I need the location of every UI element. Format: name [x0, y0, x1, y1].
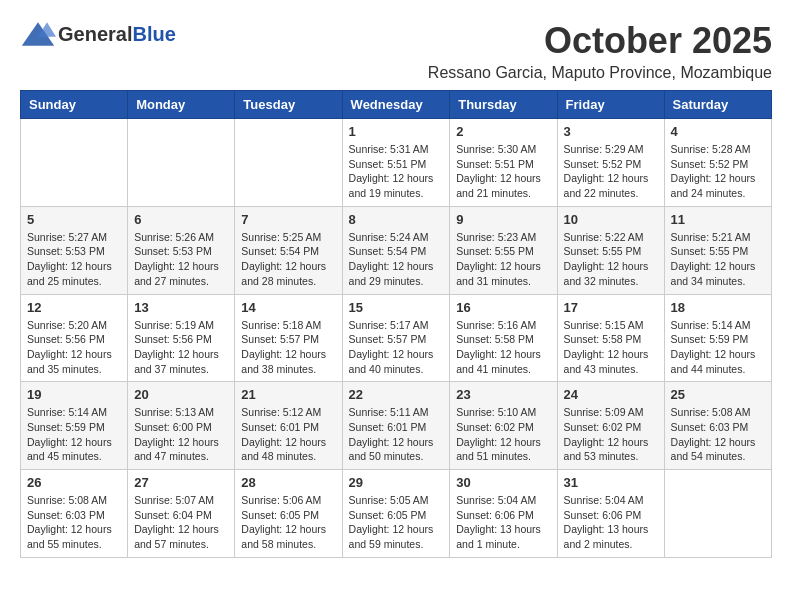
cell-content: Sunrise: 5:07 AM Sunset: 6:04 PM Dayligh…: [134, 493, 228, 552]
calendar-cell: 19Sunrise: 5:14 AM Sunset: 5:59 PM Dayli…: [21, 382, 128, 470]
day-number: 19: [27, 387, 121, 402]
day-number: 24: [564, 387, 658, 402]
cell-content: Sunrise: 5:08 AM Sunset: 6:03 PM Dayligh…: [27, 493, 121, 552]
day-number: 5: [27, 212, 121, 227]
day-number: 27: [134, 475, 228, 490]
cell-content: Sunrise: 5:24 AM Sunset: 5:54 PM Dayligh…: [349, 230, 444, 289]
cell-content: Sunrise: 5:04 AM Sunset: 6:06 PM Dayligh…: [564, 493, 658, 552]
logo-general: General: [58, 23, 132, 46]
calendar-cell: 3Sunrise: 5:29 AM Sunset: 5:52 PM Daylig…: [557, 119, 664, 207]
calendar-cell: 10Sunrise: 5:22 AM Sunset: 5:55 PM Dayli…: [557, 206, 664, 294]
cell-content: Sunrise: 5:30 AM Sunset: 5:51 PM Dayligh…: [456, 142, 550, 201]
day-header-monday: Monday: [128, 91, 235, 119]
day-header-tuesday: Tuesday: [235, 91, 342, 119]
location-subtitle: Ressano Garcia, Maputo Province, Mozambi…: [428, 64, 772, 82]
day-number: 13: [134, 300, 228, 315]
cell-content: Sunrise: 5:12 AM Sunset: 6:01 PM Dayligh…: [241, 405, 335, 464]
calendar-cell: 16Sunrise: 5:16 AM Sunset: 5:58 PM Dayli…: [450, 294, 557, 382]
cell-content: Sunrise: 5:13 AM Sunset: 6:00 PM Dayligh…: [134, 405, 228, 464]
cell-content: Sunrise: 5:14 AM Sunset: 5:59 PM Dayligh…: [27, 405, 121, 464]
day-number: 4: [671, 124, 765, 139]
calendar-cell: 24Sunrise: 5:09 AM Sunset: 6:02 PM Dayli…: [557, 382, 664, 470]
calendar-cell: [235, 119, 342, 207]
day-number: 30: [456, 475, 550, 490]
day-number: 29: [349, 475, 444, 490]
logo: GeneralBlue: [20, 20, 176, 48]
calendar-table: SundayMondayTuesdayWednesdayThursdayFrid…: [20, 90, 772, 558]
calendar-cell: 6Sunrise: 5:26 AM Sunset: 5:53 PM Daylig…: [128, 206, 235, 294]
calendar-cell: 31Sunrise: 5:04 AM Sunset: 6:06 PM Dayli…: [557, 470, 664, 558]
day-number: 15: [349, 300, 444, 315]
cell-content: Sunrise: 5:18 AM Sunset: 5:57 PM Dayligh…: [241, 318, 335, 377]
day-number: 23: [456, 387, 550, 402]
cell-content: Sunrise: 5:10 AM Sunset: 6:02 PM Dayligh…: [456, 405, 550, 464]
cell-content: Sunrise: 5:09 AM Sunset: 6:02 PM Dayligh…: [564, 405, 658, 464]
day-number: 22: [349, 387, 444, 402]
day-number: 1: [349, 124, 444, 139]
cell-content: Sunrise: 5:20 AM Sunset: 5:56 PM Dayligh…: [27, 318, 121, 377]
cell-content: Sunrise: 5:17 AM Sunset: 5:57 PM Dayligh…: [349, 318, 444, 377]
calendar-week-3: 12Sunrise: 5:20 AM Sunset: 5:56 PM Dayli…: [21, 294, 772, 382]
cell-content: Sunrise: 5:19 AM Sunset: 5:56 PM Dayligh…: [134, 318, 228, 377]
calendar-cell: 15Sunrise: 5:17 AM Sunset: 5:57 PM Dayli…: [342, 294, 450, 382]
calendar-cell: 27Sunrise: 5:07 AM Sunset: 6:04 PM Dayli…: [128, 470, 235, 558]
day-number: 6: [134, 212, 228, 227]
title-section: October 2025 Ressano Garcia, Maputo Prov…: [428, 20, 772, 82]
calendar-cell: 7Sunrise: 5:25 AM Sunset: 5:54 PM Daylig…: [235, 206, 342, 294]
day-header-wednesday: Wednesday: [342, 91, 450, 119]
day-number: 20: [134, 387, 228, 402]
cell-content: Sunrise: 5:23 AM Sunset: 5:55 PM Dayligh…: [456, 230, 550, 289]
cell-content: Sunrise: 5:14 AM Sunset: 5:59 PM Dayligh…: [671, 318, 765, 377]
cell-content: Sunrise: 5:05 AM Sunset: 6:05 PM Dayligh…: [349, 493, 444, 552]
calendar-cell: 8Sunrise: 5:24 AM Sunset: 5:54 PM Daylig…: [342, 206, 450, 294]
cell-content: Sunrise: 5:27 AM Sunset: 5:53 PM Dayligh…: [27, 230, 121, 289]
cell-content: Sunrise: 5:29 AM Sunset: 5:52 PM Dayligh…: [564, 142, 658, 201]
calendar-cell: 13Sunrise: 5:19 AM Sunset: 5:56 PM Dayli…: [128, 294, 235, 382]
day-number: 18: [671, 300, 765, 315]
day-number: 17: [564, 300, 658, 315]
cell-content: Sunrise: 5:16 AM Sunset: 5:58 PM Dayligh…: [456, 318, 550, 377]
calendar-cell: [128, 119, 235, 207]
day-number: 28: [241, 475, 335, 490]
cell-content: Sunrise: 5:08 AM Sunset: 6:03 PM Dayligh…: [671, 405, 765, 464]
day-number: 14: [241, 300, 335, 315]
calendar-cell: 22Sunrise: 5:11 AM Sunset: 6:01 PM Dayli…: [342, 382, 450, 470]
calendar-cell: 9Sunrise: 5:23 AM Sunset: 5:55 PM Daylig…: [450, 206, 557, 294]
calendar-cell: 23Sunrise: 5:10 AM Sunset: 6:02 PM Dayli…: [450, 382, 557, 470]
day-header-friday: Friday: [557, 91, 664, 119]
day-number: 21: [241, 387, 335, 402]
day-number: 11: [671, 212, 765, 227]
day-number: 26: [27, 475, 121, 490]
day-header-sunday: Sunday: [21, 91, 128, 119]
calendar-cell: 30Sunrise: 5:04 AM Sunset: 6:06 PM Dayli…: [450, 470, 557, 558]
page-header: GeneralBlue October 2025 Ressano Garcia,…: [20, 20, 772, 82]
calendar-cell: 29Sunrise: 5:05 AM Sunset: 6:05 PM Dayli…: [342, 470, 450, 558]
month-title: October 2025: [428, 20, 772, 62]
cell-content: Sunrise: 5:04 AM Sunset: 6:06 PM Dayligh…: [456, 493, 550, 552]
calendar-cell: 1Sunrise: 5:31 AM Sunset: 5:51 PM Daylig…: [342, 119, 450, 207]
cell-content: Sunrise: 5:22 AM Sunset: 5:55 PM Dayligh…: [564, 230, 658, 289]
cell-content: Sunrise: 5:11 AM Sunset: 6:01 PM Dayligh…: [349, 405, 444, 464]
calendar-cell: 26Sunrise: 5:08 AM Sunset: 6:03 PM Dayli…: [21, 470, 128, 558]
day-number: 12: [27, 300, 121, 315]
day-number: 2: [456, 124, 550, 139]
day-number: 31: [564, 475, 658, 490]
cell-content: Sunrise: 5:25 AM Sunset: 5:54 PM Dayligh…: [241, 230, 335, 289]
calendar-cell: 5Sunrise: 5:27 AM Sunset: 5:53 PM Daylig…: [21, 206, 128, 294]
calendar-week-5: 26Sunrise: 5:08 AM Sunset: 6:03 PM Dayli…: [21, 470, 772, 558]
cell-content: Sunrise: 5:26 AM Sunset: 5:53 PM Dayligh…: [134, 230, 228, 289]
day-number: 10: [564, 212, 658, 227]
calendar-cell: 18Sunrise: 5:14 AM Sunset: 5:59 PM Dayli…: [664, 294, 771, 382]
day-header-saturday: Saturday: [664, 91, 771, 119]
calendar-cell: 12Sunrise: 5:20 AM Sunset: 5:56 PM Dayli…: [21, 294, 128, 382]
day-number: 8: [349, 212, 444, 227]
day-number: 3: [564, 124, 658, 139]
calendar-cell: 14Sunrise: 5:18 AM Sunset: 5:57 PM Dayli…: [235, 294, 342, 382]
calendar-cell: 25Sunrise: 5:08 AM Sunset: 6:03 PM Dayli…: [664, 382, 771, 470]
calendar-cell: 2Sunrise: 5:30 AM Sunset: 5:51 PM Daylig…: [450, 119, 557, 207]
logo-icon: [20, 20, 56, 48]
logo-blue: Blue: [132, 23, 175, 46]
day-number: 16: [456, 300, 550, 315]
cell-content: Sunrise: 5:06 AM Sunset: 6:05 PM Dayligh…: [241, 493, 335, 552]
calendar-header-row: SundayMondayTuesdayWednesdayThursdayFrid…: [21, 91, 772, 119]
